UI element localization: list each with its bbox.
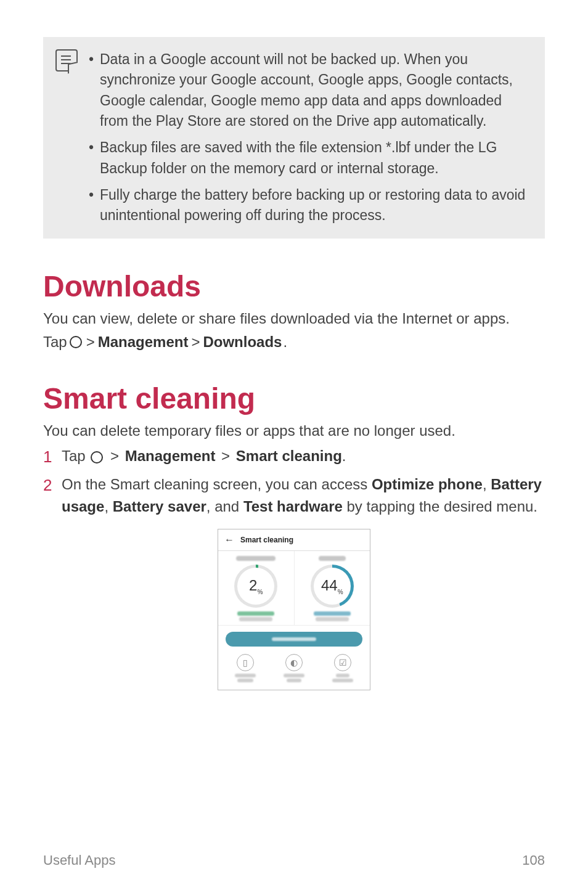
chevron-icon: > [191, 333, 200, 351]
opt-optimize-phone: Optimize phone [372, 476, 483, 492]
in-use-label [314, 611, 351, 616]
leaf-icon: ◐ [285, 654, 303, 671]
internal-storage-value: 2 [249, 577, 257, 594]
path-smart-cleaning: Smart cleaning [236, 447, 342, 464]
section-title-downloads: Downloads [43, 269, 545, 303]
opt-battery-saver: Battery saver [113, 498, 206, 515]
sc-bottom-row: ▯ ◐ ☑ [218, 650, 370, 690]
downloads-desc: You can view, delete or share files down… [43, 308, 545, 330]
footer-section: Useful Apps [43, 852, 115, 868]
chevron-icon: > [110, 447, 119, 464]
optimize-row [218, 625, 370, 650]
home-circle-icon [91, 451, 103, 463]
percent-sign: % [257, 589, 263, 595]
internal-storage-label [236, 556, 276, 561]
note-item: Data in a Google account will not be bac… [89, 49, 529, 131]
path-downloads: Downloads [203, 333, 282, 351]
page-number: 108 [522, 852, 545, 868]
path-management: Management [125, 447, 216, 464]
comma: , [104, 498, 112, 515]
period: . [283, 333, 287, 351]
battery-usage-button[interactable]: ▯ [221, 654, 269, 684]
step2-text: On the Smart cleaning screen, you can ac… [62, 476, 372, 492]
home-circle-icon [70, 336, 82, 348]
chevron-icon: > [86, 333, 95, 351]
free-label [316, 617, 349, 621]
memory-value: 44 [321, 577, 338, 594]
note-item: Backup files are saved with the file ext… [89, 137, 529, 179]
in-use-label [237, 611, 274, 616]
check-phone-icon: ☑ [334, 654, 351, 671]
memory-label [319, 556, 346, 561]
note-list: Data in a Google account will not be bac… [89, 49, 529, 226]
chevron-icon: > [221, 447, 230, 464]
tap-label: Tap [62, 447, 89, 464]
memory-ring: 44% [311, 565, 354, 608]
period: . [342, 447, 346, 464]
percent-sign: % [338, 589, 343, 595]
smart-cleaning-screenshot: ← Smart cleaning 2% 44% ▯ ◐ [218, 529, 370, 690]
smart-desc: You can delete temporary files or apps t… [43, 420, 545, 442]
sc-header: ← Smart cleaning [218, 529, 370, 551]
opt-test-hardware: Test hardware [243, 498, 343, 515]
internal-storage-cell[interactable]: 2% [218, 551, 295, 625]
internal-storage-ring: 2% [234, 565, 277, 608]
note-icon [55, 49, 78, 226]
free-label [239, 617, 272, 621]
smart-steps: Tap > Management > Smart cleaning. On th… [43, 445, 545, 518]
downloads-path: Tap > Management > Downloads. [43, 333, 545, 351]
sc-storage-row: 2% 44% [218, 551, 370, 625]
step-2: On the Smart cleaning screen, you can ac… [43, 473, 545, 518]
battery-icon: ▯ [237, 654, 254, 671]
tap-label: Tap [43, 333, 67, 351]
page-footer: Useful Apps 108 [43, 852, 545, 868]
optimize-phone-button[interactable] [226, 632, 362, 647]
step-1: Tap > Management > Smart cleaning. [43, 445, 545, 467]
memory-cell[interactable]: 44% [295, 551, 370, 625]
battery-saver-button[interactable]: ◐ [269, 654, 318, 684]
back-arrow-icon[interactable]: ← [224, 534, 234, 545]
note-item: Fully charge the battery before backing … [89, 185, 529, 226]
comma: , [483, 476, 491, 492]
sc-title: Smart cleaning [240, 536, 293, 544]
section-title-smart-cleaning: Smart cleaning [43, 382, 545, 415]
note-box: Data in a Google account will not be bac… [43, 37, 545, 239]
step2-tail: by tapping the desired menu. [343, 498, 537, 515]
and: , and [206, 498, 243, 515]
path-management: Management [98, 333, 189, 351]
test-hardware-button[interactable]: ☑ [319, 654, 367, 684]
